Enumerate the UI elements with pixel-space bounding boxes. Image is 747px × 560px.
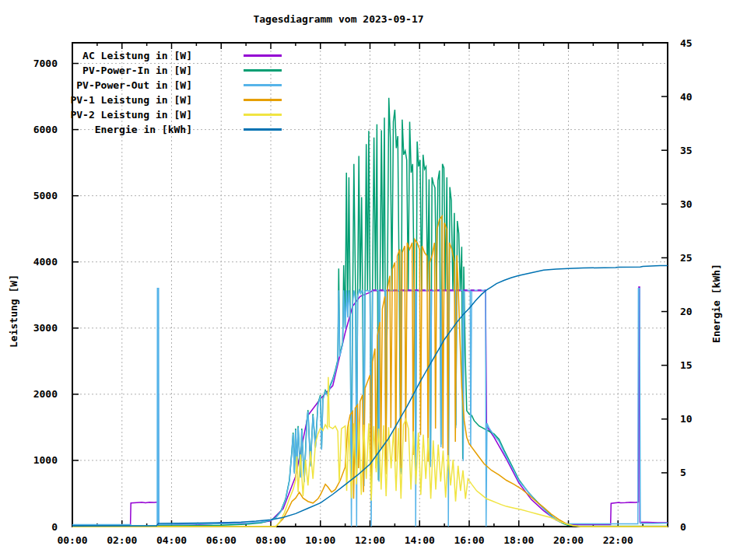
legend-swatch — [244, 84, 282, 86]
legend-label: AC Leistung in [W] — [82, 50, 192, 61]
y-right-tick-label: 35 — [680, 145, 693, 156]
legend-swatch — [244, 69, 282, 72]
y-right-tick-label: 40 — [680, 91, 693, 103]
y-left-tick-label: 1000 — [33, 454, 58, 466]
y-right-tick-label: 30 — [680, 198, 693, 210]
x-tick-label: 04:00 — [156, 534, 187, 546]
x-tick-label: 10:00 — [305, 534, 335, 546]
x-tick-label: 22:00 — [603, 534, 633, 546]
y-axis-label-left: Leistung [W] — [8, 275, 19, 348]
y-right-tick-label: 10 — [680, 413, 693, 425]
y-right-tick-label: 45 — [680, 37, 693, 49]
legend-label: Energie in [kWh] — [95, 124, 192, 135]
legend-label: PV-1 Leistung in [W] — [70, 94, 192, 106]
legend-item: PV-Power-In in [W] — [0, 63, 282, 78]
legend-item: PV-Power-Out in [W] — [0, 78, 282, 93]
y-left-tick-label: 2000 — [33, 388, 58, 400]
y-right-tick-label: 25 — [680, 252, 693, 264]
y-right-tick-label: 0 — [680, 521, 686, 533]
legend-label: PV-2 Leistung in [W] — [70, 109, 192, 121]
x-tick-label: 00:00 — [57, 534, 87, 546]
legend-item: PV-1 Leistung in [W] — [0, 93, 282, 107]
tagesdiagramm-chart: 00:0002:0004:0006:0008:0010:0012:0014:00… — [0, 0, 747, 560]
legend: AC Leistung in [W]PV-Power-In in [W]PV-P… — [0, 48, 282, 137]
chart-title: Tagesdiagramm vom 2023-09-17 — [0, 13, 677, 25]
legend-label: PV-Power-In in [W] — [82, 65, 192, 76]
x-tick-label: 02:00 — [107, 534, 137, 546]
y-right-tick-label: 20 — [680, 306, 693, 317]
legend-label: PV-Power-Out in [W] — [76, 79, 192, 91]
x-tick-label: 20:00 — [553, 534, 584, 546]
x-tick-label: 12:00 — [355, 534, 385, 546]
x-tick-label: 14:00 — [405, 534, 435, 546]
legend-item: AC Leistung in [W] — [0, 48, 282, 63]
y-left-tick-label: 4000 — [33, 256, 58, 268]
legend-item: PV-2 Leistung in [W] — [0, 107, 282, 122]
legend-item: Energie in [kWh] — [0, 122, 282, 137]
x-tick-label: 18:00 — [503, 534, 534, 546]
legend-swatch — [244, 114, 282, 116]
legend-swatch — [244, 54, 282, 57]
legend-swatch — [244, 99, 282, 101]
y-left-tick-label: 5000 — [33, 190, 58, 201]
y-axis-label-right: Energie [kWh] — [710, 264, 722, 343]
legend-swatch — [244, 128, 282, 131]
y-right-tick-label: 5 — [680, 467, 686, 478]
x-tick-label: 16:00 — [454, 534, 484, 546]
y-right-tick-label: 15 — [680, 359, 693, 371]
y-left-tick-label: 3000 — [33, 322, 58, 334]
x-tick-label: 08:00 — [255, 534, 286, 546]
x-tick-label: 06:00 — [206, 534, 237, 546]
y-left-tick-label: 0 — [51, 521, 58, 533]
